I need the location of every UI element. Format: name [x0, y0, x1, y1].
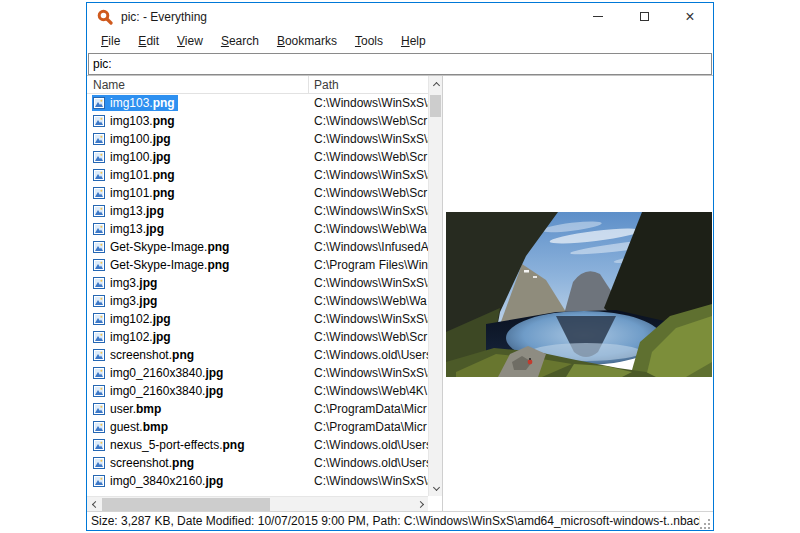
image-file-icon	[93, 421, 105, 433]
table-row[interactable]: screenshot.png C:\Windows.old\Users	[87, 346, 428, 364]
vertical-scrollbar[interactable]	[428, 76, 442, 496]
image-file-icon	[93, 313, 105, 325]
menu-help[interactable]: Help	[392, 31, 435, 51]
preview-image	[446, 212, 712, 377]
resize-grip-icon[interactable]	[700, 519, 710, 529]
path-cell: C:\Windows\Web\Scr	[309, 330, 428, 344]
table-row[interactable]: img3.jpg C:\Windows\Web\Wa	[87, 292, 428, 310]
image-file-icon	[93, 151, 105, 163]
path-cell: C:\Program Files\Win	[309, 258, 428, 272]
table-row[interactable]: img103.png C:\Windows\Web\Scr	[87, 112, 428, 130]
image-file-icon	[93, 457, 105, 469]
path-cell: C:\Windows\Web\Scr	[309, 114, 428, 128]
image-file-icon	[93, 385, 105, 397]
table-row[interactable]: img100.jpg C:\Windows\Web\Scr	[87, 148, 428, 166]
table-row[interactable]: nexus_5-port-effects.png C:\Windows.old\…	[87, 436, 428, 454]
image-file-icon	[93, 331, 105, 343]
content-area: Name Path	[87, 75, 713, 511]
path-cell: C:\Windows\WinSxS\a	[309, 312, 428, 326]
table-row[interactable]: img0_3840x2160.jpg C:\Windows\WinSxS\a	[87, 472, 428, 490]
app-magnifier-icon	[97, 9, 113, 25]
scrollbar-corner	[428, 496, 442, 512]
image-file-icon	[93, 241, 105, 253]
scroll-down-button[interactable]	[429, 480, 443, 496]
path-cell: C:\Windows.old\Users	[309, 438, 428, 452]
minimize-button[interactable]	[575, 3, 621, 30]
menu-search[interactable]: Search	[212, 31, 268, 51]
image-file-icon	[93, 97, 105, 109]
path-cell: C:\Windows\WinSxS\a	[309, 474, 428, 488]
chevron-left-icon	[92, 501, 99, 508]
menu-edit[interactable]: Edit	[129, 31, 168, 51]
table-row[interactable]: img0_2160x3840.jpg C:\Windows\Web\4K\	[87, 382, 428, 400]
maximize-button[interactable]	[621, 3, 667, 30]
maximize-icon	[640, 12, 649, 21]
table-row[interactable]: img101.png C:\Windows\Web\Scr	[87, 184, 428, 202]
status-bar: Size: 3,287 KB, Date Modified: 10/07/201…	[87, 511, 713, 530]
close-button[interactable]: ×	[667, 3, 713, 30]
column-header-path[interactable]: Path	[309, 76, 428, 93]
table-row[interactable]: Get-Skype-Image.png C:\Program Files\Win	[87, 256, 428, 274]
table-row[interactable]: Get-Skype-Image.png C:\Windows\InfusedA	[87, 238, 428, 256]
table-row[interactable]: img3.jpg C:\Windows\WinSxS\a	[87, 274, 428, 292]
path-cell: C:\ProgramData\Micr	[309, 402, 428, 416]
vertical-scroll-thumb[interactable]	[430, 95, 441, 117]
everything-window: pic: - Everything × File Edit View Searc…	[86, 2, 714, 531]
path-cell: C:\Windows\WinSxS\a	[309, 132, 428, 146]
preview-pane	[444, 76, 713, 512]
path-cell: C:\Windows\InfusedA	[309, 240, 428, 254]
table-row[interactable]: img102.jpg C:\Windows\Web\Scr	[87, 328, 428, 346]
path-cell: C:\ProgramData\Micr	[309, 420, 428, 434]
path-cell: C:\Windows\WinSxS\a	[309, 276, 428, 290]
image-file-icon	[93, 133, 105, 145]
column-header-name[interactable]: Name	[87, 76, 309, 93]
path-cell: C:\Windows\Web\Scr	[309, 150, 428, 164]
image-file-icon	[93, 295, 105, 307]
path-cell: C:\Windows\WinSxS\a	[309, 168, 428, 182]
chevron-right-icon	[416, 501, 423, 508]
image-file-icon	[93, 475, 105, 487]
table-row[interactable]: screenshot.png C:\Windows.old\Users	[87, 454, 428, 472]
menu-bookmarks[interactable]: Bookmarks	[268, 31, 346, 51]
image-file-icon	[93, 403, 105, 415]
table-row[interactable]: user.bmp C:\ProgramData\Micr	[87, 400, 428, 418]
table-row[interactable]: img100.jpg C:\Windows\WinSxS\a	[87, 130, 428, 148]
table-row[interactable]: img13.jpg C:\Windows\WinSxS\a	[87, 202, 428, 220]
image-file-icon	[93, 259, 105, 271]
chevron-down-icon	[432, 483, 439, 490]
results-list: Name Path	[87, 76, 442, 512]
path-cell: C:\Windows\Web\Wa	[309, 294, 428, 308]
image-file-icon	[93, 205, 105, 217]
menu-file[interactable]: File	[92, 31, 129, 51]
rows-container: img103.png C:\Windows\WinSxS\a	[87, 94, 428, 496]
image-file-icon	[93, 223, 105, 235]
image-file-icon	[93, 277, 105, 289]
path-cell: C:\Windows\Web\Wa	[309, 222, 428, 236]
menu-tools[interactable]: Tools	[346, 31, 392, 51]
menu-view[interactable]: View	[168, 31, 212, 51]
scroll-left-button[interactable]	[87, 497, 101, 512]
table-row[interactable]: img102.jpg C:\Windows\WinSxS\a	[87, 310, 428, 328]
horizontal-scrollbar[interactable]	[87, 496, 428, 512]
image-file-icon	[93, 115, 105, 127]
title-bar[interactable]: pic: - Everything ×	[87, 3, 713, 30]
table-row[interactable]: img101.png C:\Windows\WinSxS\a	[87, 166, 428, 184]
table-row[interactable]: img0_2160x3840.jpg C:\Windows\WinSxS\a	[87, 364, 428, 382]
menu-bar: File Edit View Search Bookmarks Tools He…	[87, 30, 713, 52]
search-input[interactable]	[88, 53, 712, 75]
table-row[interactable]: img13.jpg C:\Windows\Web\Wa	[87, 220, 428, 238]
image-file-icon	[93, 169, 105, 181]
image-file-icon	[93, 367, 105, 379]
table-row[interactable]: guest.bmp C:\ProgramData\Micr	[87, 418, 428, 436]
image-file-icon	[93, 439, 105, 451]
chevron-up-icon	[432, 82, 439, 89]
scroll-right-button[interactable]	[414, 497, 428, 512]
image-file-icon	[93, 349, 105, 361]
path-cell: C:\Windows\WinSxS\a	[309, 96, 428, 110]
scroll-up-button[interactable]	[429, 76, 443, 92]
path-cell: C:\Windows\Web\Scr	[309, 186, 428, 200]
path-cell: C:\Windows.old\Users	[309, 348, 428, 362]
horizontal-scroll-thumb[interactable]	[102, 498, 270, 511]
table-row[interactable]: img103.png C:\Windows\WinSxS\a	[87, 94, 428, 112]
image-file-icon	[93, 187, 105, 199]
